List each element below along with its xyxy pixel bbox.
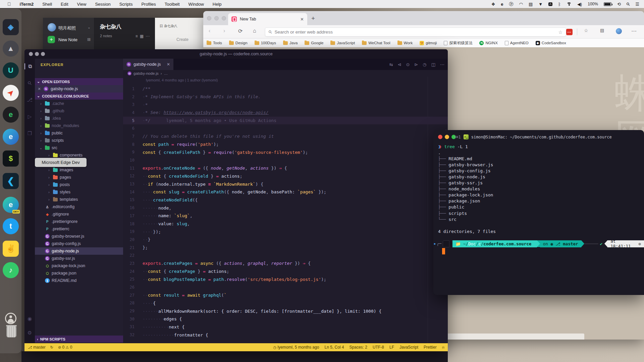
code-line-11[interactable]: 11exports.onCreateNode = ({ node, getNod… bbox=[123, 164, 448, 172]
chevron-down-icon[interactable]: ⌄ bbox=[88, 25, 91, 29]
library-icon[interactable]: ▤ bbox=[600, 28, 604, 33]
wifi-icon[interactable] bbox=[567, 2, 572, 6]
dock-icon-vscode[interactable]: ❮ bbox=[3, 173, 19, 189]
tree-item-gatsby-config.js[interactable]: Ggatsby-config.js bbox=[35, 240, 123, 247]
menu-item-edit[interactable]: Edit bbox=[61, 2, 68, 7]
search-icon[interactable]: ⚲ bbox=[24, 80, 35, 86]
url-bar[interactable]: ⚲ Search or enter web address ☆ bbox=[265, 27, 566, 37]
code-line-4[interactable]: 4·* See: https://www.gatsbyjs.org/docs/n… bbox=[123, 109, 448, 117]
dock-icon-evernote[interactable]: e bbox=[3, 107, 19, 123]
code-line-19[interactable]: 19····}); bbox=[123, 228, 448, 236]
dock-icon-netease-music[interactable]: ♪ bbox=[3, 262, 19, 278]
code-line-12[interactable]: 12··const { createNodeField } = actions; bbox=[123, 172, 448, 180]
encoding-setting[interactable]: UTF-8 bbox=[373, 345, 384, 350]
close-window-button[interactable] bbox=[207, 16, 211, 20]
dock-icon-iterm2[interactable]: $ bbox=[3, 150, 19, 167]
project-root-header[interactable]: ⌄CODERFEE.COM.SOURCE bbox=[35, 93, 123, 100]
close-window-button[interactable] bbox=[29, 52, 33, 56]
settings-gear-icon[interactable]: ⚙ bbox=[24, 330, 35, 336]
codelens-annotation[interactable]: lyemoml, 4 months ago | 1 author (lyemom… bbox=[146, 78, 218, 82]
minimize-window-button[interactable] bbox=[445, 135, 449, 139]
tree-item-gatsby-node.js[interactable]: Ggatsby-node.js bbox=[35, 247, 123, 255]
bookmark-AgentNEO[interactable]: AgentNEO bbox=[505, 41, 529, 45]
nav-circle-icon[interactable]: ⊙ bbox=[406, 62, 410, 67]
code-line-23[interactable]: 23exports.createPages = async ({ actions… bbox=[123, 259, 448, 267]
eol-setting[interactable]: LF bbox=[389, 345, 394, 350]
profile-avatar[interactable] bbox=[616, 28, 622, 34]
bookmarks-menu-icon[interactable]: ☆ bbox=[584, 28, 588, 33]
code-line-31[interactable]: 31··········next { bbox=[123, 323, 448, 331]
code-line-18[interactable]: 18······value: slug, bbox=[123, 220, 448, 228]
tree-item-pages[interactable]: ›pages bbox=[35, 174, 123, 181]
code-line-29[interactable]: 29······allMarkdownRemark(sort: { order:… bbox=[123, 307, 448, 315]
tree-item-.prettierignore[interactable]: P.prettierignore bbox=[35, 218, 123, 225]
formatter-status[interactable]: Prettier bbox=[424, 345, 437, 350]
bookmark-Google[interactable]: Google bbox=[305, 41, 323, 45]
code-line-8[interactable]: 8const path = require('path'); bbox=[123, 140, 448, 148]
tree-item-package-lock.json[interactable]: ⬡package-lock.json bbox=[35, 262, 123, 269]
explorer-icon[interactable]: ⧉ bbox=[24, 63, 35, 69]
code-line-1[interactable]: 1/** bbox=[123, 85, 448, 93]
notes-list-tools[interactable]: ≡▦⋯ bbox=[136, 34, 152, 39]
tree-item-gatsby-browser.js[interactable]: Ggatsby-browser.js bbox=[35, 233, 123, 240]
more-actions-icon[interactable]: ⋯ bbox=[440, 62, 444, 67]
menu-item-iterm2[interactable]: iTerm2 bbox=[20, 2, 34, 7]
code-line-30[interactable]: 30········edges { bbox=[123, 315, 448, 323]
timeline-icon[interactable]: ◷ bbox=[423, 62, 426, 67]
menu-item-scripts[interactable]: Scripts bbox=[119, 2, 133, 7]
menu-item-toolbelt[interactable]: Toolbelt bbox=[165, 2, 180, 7]
evernote-icon[interactable]: e bbox=[501, 2, 503, 6]
dock-trash-icon[interactable] bbox=[3, 324, 19, 339]
split-editor-icon[interactable]: ◫ bbox=[431, 62, 435, 67]
bookmark-WeChat Tool[interactable]: WeChat Tool bbox=[362, 41, 390, 45]
control-list-icon[interactable]: ☰ bbox=[635, 2, 639, 6]
overflow-menu-icon[interactable]: ⋯ bbox=[631, 28, 637, 34]
dock-user-icon[interactable] bbox=[3, 310, 19, 326]
timemachine-icon[interactable]: ⟲ bbox=[617, 2, 621, 6]
language-mode[interactable]: JavaScript bbox=[399, 345, 418, 350]
code-line-22[interactable]: 22 bbox=[123, 251, 448, 259]
tree-item-node_modules[interactable]: ›node_modules bbox=[35, 122, 123, 129]
code-editor[interactable]: lyemoml, 4 months ago | 1 author (lyemom… bbox=[123, 77, 448, 343]
code-line-14[interactable]: 14····const slug = createFilePath({ node… bbox=[123, 188, 448, 196]
menu-item-help[interactable]: Help bbox=[213, 2, 222, 7]
search-icon[interactable]: ⚲ bbox=[626, 1, 631, 7]
parallels-icon[interactable]: Ⓟ bbox=[509, 2, 514, 6]
npm-scripts-header[interactable]: ›NPM SCRIPTS bbox=[35, 336, 123, 343]
code-line-21[interactable]: 21}; bbox=[123, 244, 448, 252]
tree-item-.editorconfig[interactable]: ♙.editorconfig bbox=[35, 203, 123, 210]
code-line-9[interactable]: 9const { createFilePath } = require('gat… bbox=[123, 148, 448, 157]
shield-icon[interactable]: ▼ bbox=[538, 2, 543, 6]
bookmark-NGINX[interactable]: NNGINX bbox=[479, 41, 497, 45]
open-editor-item[interactable]: ✕ G gatsby-node.js bbox=[35, 85, 123, 93]
bookmark-Java[interactable]: Java bbox=[283, 41, 298, 45]
code-line-5[interactable]: 5·*/ lyemoml, 5 months ago • Use GitHub … bbox=[123, 117, 448, 125]
tree-item-.cache[interactable]: ›.cache bbox=[35, 100, 123, 107]
reload-button[interactable]: ⟳ bbox=[238, 28, 243, 34]
minimize-window-button[interactable] bbox=[214, 16, 219, 20]
close-icon[interactable]: ✕ bbox=[35, 87, 44, 91]
code-line-2[interactable]: 2·* Implement Gatsby's Node APIs in this… bbox=[123, 93, 448, 101]
blame-status[interactable]: ◷ lyemoml, 5 months ago bbox=[273, 345, 319, 350]
back-button[interactable]: ‹ bbox=[209, 28, 210, 34]
dock-icon-twitter[interactable]: t bbox=[3, 218, 19, 234]
tree-item-.idea[interactable]: ›.idea bbox=[35, 115, 123, 122]
open-editors-header[interactable]: ⌄OPEN EDITORS bbox=[35, 78, 123, 85]
tree-item-gatsby-ssr.js[interactable]: Ggatsby-ssr.js bbox=[35, 255, 123, 262]
close-window-button[interactable] bbox=[438, 135, 442, 139]
editor-tab-active[interactable]: G gatsby-node.js ✕ bbox=[123, 59, 173, 70]
zoom-window-button[interactable] bbox=[41, 52, 45, 56]
new-note-plus-icon[interactable]: + bbox=[48, 36, 55, 43]
notes-grid-icon[interactable]: ⊞ bbox=[87, 37, 91, 42]
bookmark-Work[interactable]: Work bbox=[397, 41, 413, 45]
card-icon[interactable]: ▤ bbox=[529, 2, 533, 6]
problems-indicator[interactable]: ⊘ 0 ⚠ 0 bbox=[58, 345, 72, 350]
menu-item-profiles[interactable]: Profiles bbox=[141, 2, 156, 7]
tree-item-package.json[interactable]: ⬡package.json bbox=[35, 269, 123, 277]
code-line-25[interactable]: 25··const blogPostTemplate = path.resolv… bbox=[123, 276, 448, 284]
code-line-17[interactable]: 17······name: `slug`, bbox=[123, 212, 448, 220]
debug-icon[interactable]: ▷ bbox=[24, 114, 35, 120]
alfred-icon[interactable]: ◠ bbox=[519, 2, 523, 6]
tab-close-icon[interactable]: ✕ bbox=[300, 17, 304, 22]
code-line-15[interactable]: 15····createNodeField({ bbox=[123, 196, 448, 204]
